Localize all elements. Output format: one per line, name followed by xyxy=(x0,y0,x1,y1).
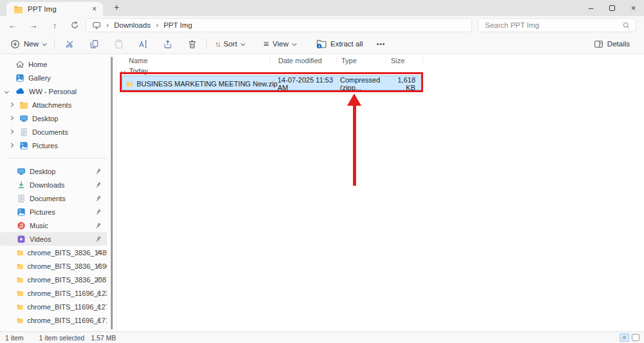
picture-icon xyxy=(17,208,26,217)
sidebar-item-chrome-folder[interactable]: chrome_BITS_3836_2087388051 xyxy=(0,273,107,286)
annotation-arrow-head xyxy=(347,93,361,106)
sidebar-item-pictures-tree[interactable]: Pictures xyxy=(0,139,107,152)
chevron-down-icon xyxy=(292,41,297,46)
pin-icon xyxy=(95,235,102,242)
new-tab-button[interactable]: + xyxy=(111,2,122,12)
zip-folder-icon xyxy=(126,79,133,89)
tab-title: PPT Img xyxy=(28,5,57,13)
rename-icon xyxy=(138,39,148,49)
folder-icon xyxy=(17,262,23,271)
sidebar-item-desktop-tree[interactable]: Desktop xyxy=(0,112,107,125)
sidebar-item-chrome-folder[interactable]: chrome_BITS_10996_900610127 xyxy=(0,327,107,331)
sidebar-item-chrome-folder[interactable]: chrome_BITS_3836_1485741494 xyxy=(0,246,107,259)
chevron-expanded-icon[interactable] xyxy=(5,89,8,93)
sidebar-item-documents[interactable]: Documents xyxy=(0,191,107,205)
download-icon xyxy=(17,181,26,190)
file-name: BUSINESS MARKETING MEETING New.zip xyxy=(137,80,278,88)
selection-count: 1 item selected xyxy=(39,334,85,342)
forward-button[interactable]: → xyxy=(28,21,39,30)
document-icon xyxy=(19,128,28,137)
column-header-name[interactable]: Name xyxy=(121,56,270,65)
cut-button[interactable] xyxy=(62,36,77,52)
sidebar-item-chrome-folder[interactable]: chrome_BITS_3836_1690602276 xyxy=(0,259,107,273)
pin-icon xyxy=(95,289,102,297)
sidebar-item-pictures[interactable]: Pictures xyxy=(0,205,107,219)
file-size: 1,618 KB xyxy=(387,76,415,92)
column-header-size[interactable]: Size xyxy=(386,56,423,65)
sidebar-item-music[interactable]: Music xyxy=(0,219,107,232)
address-bar: ← → ↑ › Downloads › PPT Img xyxy=(0,16,644,34)
chevron-collapsed-icon[interactable] xyxy=(9,103,13,106)
folder-icon xyxy=(17,316,23,325)
breadcrumb[interactable]: › Downloads › PPT Img xyxy=(86,18,472,32)
selection-size: 1.57 MB xyxy=(91,334,116,342)
share-icon xyxy=(163,39,173,49)
sidebar-item-onedrive[interactable]: WW - Personal xyxy=(0,84,107,98)
folder-icon xyxy=(17,248,23,257)
breadcrumb-separator: › xyxy=(156,21,158,30)
picture-icon xyxy=(19,141,28,150)
sidebar-scrollbar[interactable] xyxy=(111,57,113,329)
chevron-collapsed-icon[interactable] xyxy=(9,143,13,147)
icons-view-toggle[interactable] xyxy=(632,334,639,341)
sidebar-item-downloads[interactable]: Downloads xyxy=(0,178,107,191)
pin-icon xyxy=(95,222,102,229)
details-pane-button[interactable]: Details xyxy=(589,36,635,52)
group-header-today[interactable]: Today xyxy=(122,67,148,75)
copy-button[interactable] xyxy=(86,36,102,52)
chevron-down-icon xyxy=(241,41,245,46)
video-icon xyxy=(17,235,26,244)
chevron-collapsed-icon[interactable] xyxy=(9,116,13,120)
pin-icon xyxy=(95,168,102,175)
file-row-selected[interactable]: BUSINESS MARKETING MEETING New.zip 14-07… xyxy=(122,75,422,90)
view-button[interactable]: ≡ View xyxy=(258,36,301,52)
trash-icon xyxy=(187,39,197,49)
sidebar-item-chrome-folder[interactable]: chrome_BITS_11696_123081787 xyxy=(0,286,107,300)
delete-button[interactable] xyxy=(184,36,200,52)
refresh-button[interactable] xyxy=(70,21,82,30)
pin-icon xyxy=(95,181,102,188)
pin-icon xyxy=(95,249,102,256)
sidebar-item-desktop[interactable]: Desktop xyxy=(0,164,107,178)
tab-close-button[interactable]: × xyxy=(90,5,99,14)
folder-icon xyxy=(17,302,23,311)
sidebar-item-chrome-folder[interactable]: chrome_BITS_11696_1277100123 xyxy=(0,300,107,313)
refresh-icon xyxy=(70,21,79,30)
breadcrumb-item-downloads[interactable]: Downloads xyxy=(114,21,151,29)
copy-icon xyxy=(90,39,99,49)
paste-button[interactable] xyxy=(111,36,126,52)
paste-icon xyxy=(114,39,124,49)
maximize-button[interactable] xyxy=(601,0,623,16)
column-header-date-modified[interactable]: Date modified xyxy=(270,56,337,65)
chevron-collapsed-icon[interactable] xyxy=(9,130,13,133)
sort-button[interactable]: ↑↓ Sort xyxy=(210,36,249,52)
pin-icon xyxy=(95,317,102,324)
back-button[interactable]: ← xyxy=(6,21,18,30)
extract-all-button[interactable]: Extract all xyxy=(311,36,368,52)
view-lines-icon: ≡ xyxy=(263,39,269,49)
sidebar-item-attachments[interactable]: Attachments xyxy=(0,98,107,112)
more-options-button[interactable]: ••• xyxy=(374,36,389,52)
sidebar-item-videos[interactable]: Videos xyxy=(0,232,107,246)
chevron-down-icon xyxy=(43,41,47,46)
column-header-type[interactable]: Type xyxy=(337,56,386,65)
close-button[interactable]: × xyxy=(623,0,644,16)
details-panel-icon xyxy=(594,39,603,49)
details-view-toggle[interactable]: ≡ xyxy=(620,333,629,342)
command-toolbar: New ↑↓ Sort ≡ View xyxy=(0,34,644,54)
sidebar-item-home[interactable]: Home xyxy=(0,57,107,71)
folder-icon xyxy=(17,275,23,284)
search-input[interactable] xyxy=(484,21,622,30)
breadcrumb-item-current[interactable]: PPT Img xyxy=(164,21,193,29)
explorer-tab[interactable]: PPT Img × xyxy=(6,2,103,16)
minimize-button[interactable]: – xyxy=(580,0,601,16)
sidebar-item-documents-tree[interactable]: Documents xyxy=(0,125,107,139)
up-button[interactable]: ↑ xyxy=(49,21,61,30)
new-button[interactable]: New xyxy=(5,36,51,52)
share-button[interactable] xyxy=(160,36,175,52)
sidebar-item-gallery[interactable]: Gallery xyxy=(0,71,107,84)
sidebar-item-chrome-folder[interactable]: chrome_BITS_11696_1714601212 xyxy=(0,313,107,327)
rename-button[interactable] xyxy=(135,36,151,52)
folder-icon xyxy=(19,101,28,110)
search-icon[interactable] xyxy=(622,21,630,30)
